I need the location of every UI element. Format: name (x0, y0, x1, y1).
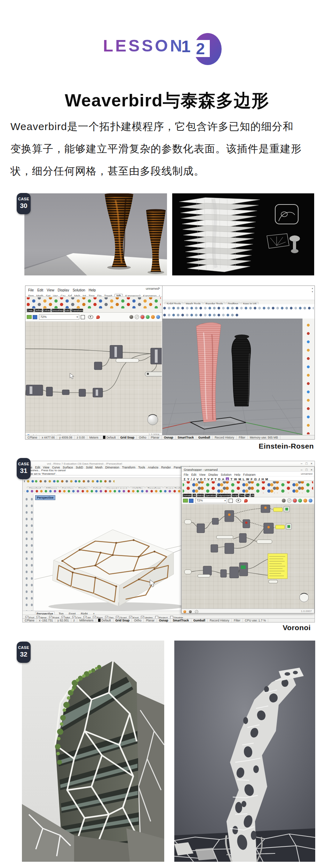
gh2-save-icon[interactable] (189, 499, 193, 503)
gh2-component-tab[interactable]: Y (187, 477, 189, 480)
status-toggle[interactable]: Grid Snap (118, 436, 137, 439)
preview-shaded-icon[interactable] (141, 315, 144, 319)
view-tab[interactable]: + (92, 612, 96, 614)
window-control[interactable]: × (311, 468, 312, 472)
rhino-toolbar-tab[interactable]: Viewport Layout (104, 487, 129, 488)
status-toggle[interactable]: Filter (232, 619, 243, 622)
gh2-menu-item[interactable]: View (199, 473, 205, 476)
rhino2-quick-icons[interactable] (24, 479, 114, 484)
rhino-tab[interactable]: Render Tools (204, 302, 225, 304)
gh-tab[interactable]: Wb (114, 294, 123, 297)
status-toggle[interactable]: Record History (208, 619, 232, 622)
gh-tab[interactable]: Srf (68, 294, 72, 297)
gh2-group-label[interactable]: Util (250, 494, 254, 497)
preview-blue-icon[interactable] (156, 315, 160, 319)
view-tab[interactable]: Top (58, 612, 65, 614)
zoom-extents-icon[interactable] (81, 315, 85, 319)
gh2-group-label[interactable]: Polynomials (217, 494, 231, 497)
gh2-group-label[interactable]: Time (239, 494, 245, 497)
rhino-toolbar-tab[interactable]: Curve Tools (164, 487, 183, 488)
gh2-menu-item[interactable]: Edit (191, 473, 197, 476)
status-toggle[interactable]: SmartTrack (176, 436, 196, 439)
palette-group-label[interactable]: Crea.. (27, 309, 34, 312)
gh2-menu-item[interactable]: Fologram (243, 473, 256, 476)
view-tab[interactable]: Front (67, 612, 77, 614)
rhino2-tool-palette[interactable] (23, 494, 33, 611)
rhino-tab[interactable]: New in V6 (241, 302, 259, 304)
zoom-select[interactable]: 72%▾ (39, 314, 79, 320)
gh2-component-tab[interactable]: / (191, 477, 192, 480)
rhino-menu-item[interactable]: Render (161, 466, 171, 468)
status-toggle[interactable]: SmartTrack (170, 619, 191, 622)
gh2-component-tab[interactable]: F (250, 477, 253, 480)
palette-group-label[interactable]: Smoothen (51, 309, 63, 312)
gh2-component-tab[interactable]: J (258, 477, 260, 480)
gh2-status-icon-3[interactable] (195, 610, 198, 613)
gh-tab[interactable]: Prm (28, 294, 34, 297)
gh2-component-tab[interactable]: H (262, 477, 264, 480)
gh2-component-tab[interactable]: D (218, 477, 221, 480)
gh-tab[interactable]: Msh (74, 294, 80, 297)
view-tab[interactable]: Perspective (35, 612, 55, 614)
rhino-toolbar-icons-2[interactable] (163, 312, 240, 318)
status-toggle[interactable]: Gumball (196, 436, 213, 439)
gh2-component-tab[interactable]: T (215, 477, 217, 480)
rhino-tab[interactable]: Solid Tools (165, 302, 183, 304)
rhino-toolbar-tab[interactable]: CPlanes (44, 487, 59, 488)
gh2-group-label[interactable]: Domain (183, 494, 192, 497)
gh2-component-tab[interactable]: V (207, 477, 209, 480)
preview-orange-icon[interactable] (151, 315, 155, 319)
status-toggle[interactable]: Ortho (132, 619, 144, 622)
weaverbird-palette[interactable]: Crea..DefineExtractSmoothenSubDTransform (25, 297, 162, 313)
rhino2-titlebar[interactable]: vrd - Rhino 7 Evaluation (26 Days Remain… (23, 461, 315, 465)
rhino-menu-item[interactable]: Curve (52, 466, 60, 468)
gh2-zoom-extents-icon[interactable] (229, 499, 233, 503)
gh-tab[interactable]: Tree8 (104, 294, 112, 297)
scroll-down-icon[interactable]: ▼ (311, 291, 313, 293)
status-toggle[interactable]: Planar (144, 619, 157, 622)
gh2-component-tab[interactable]: M (265, 477, 268, 480)
gh2-menu-item[interactable]: Display (208, 473, 218, 476)
paint-icon[interactable] (96, 315, 100, 319)
gh-tab[interactable]: Kangaroo (143, 294, 157, 297)
palette-group-label[interactable]: SubD (64, 309, 71, 312)
gh-menu-item[interactable]: View (47, 288, 54, 292)
gh2-ball-blue[interactable] (309, 499, 312, 503)
gh2-status-icon-1[interactable] (183, 610, 186, 613)
gh2-group-label[interactable]: Operators (205, 494, 216, 497)
palette-group-label[interactable]: Extract (43, 309, 51, 312)
palette-group-label[interactable]: Transform (71, 309, 83, 312)
gh2-component-tab[interactable]: M (238, 477, 241, 480)
gh2-component-tab[interactable]: T (230, 477, 232, 480)
rhino-command-area[interactable]: ▲ ▼ (162, 286, 315, 300)
palette-group-label[interactable]: Define (34, 309, 42, 312)
rhino-menu-item[interactable]: Solid (86, 466, 93, 468)
gh2-ball-green[interactable] (298, 499, 302, 503)
gh-menu-item[interactable]: Solution (73, 288, 85, 292)
gh2-component-tab[interactable]: ∂ (193, 477, 194, 480)
gh-tab[interactable]: Math (37, 294, 43, 297)
gh2-component-tab[interactable]: P (211, 477, 213, 480)
gh-tab[interactable]: Dis (97, 294, 102, 297)
preview-green-icon[interactable] (146, 315, 150, 319)
gh-canvas[interactable] (25, 322, 162, 433)
preview-eye-icon[interactable] (88, 315, 93, 319)
window-control[interactable]: × (311, 462, 312, 465)
rhino-viewport[interactable] (162, 319, 303, 436)
gh2-menu-item[interactable]: Help (234, 473, 240, 476)
gh2-canvas[interactable] (182, 504, 314, 609)
gh-tab[interactable]: Kangaroo2 (125, 294, 141, 297)
gh2-preview-wire[interactable] (287, 498, 292, 503)
gh2-component-tab[interactable]: T (204, 477, 206, 480)
gh2-preview-shaded[interactable] (293, 499, 297, 503)
status-toggle[interactable]: Ortho (137, 436, 149, 439)
rhino-toolbar-tab[interactable]: Select (91, 487, 103, 488)
gh2-paint-icon[interactable] (244, 499, 248, 503)
rhino-menu-item[interactable]: SubD (76, 466, 83, 468)
rhino-menu-item[interactable]: Edit (35, 466, 40, 468)
gh-menu-item[interactable]: File (28, 288, 34, 292)
gh2-status-icon-2[interactable] (189, 610, 192, 613)
rhino-menu-item[interactable]: Mesh (95, 466, 103, 468)
gh2-preview-off[interactable] (282, 499, 286, 503)
gh2-component-tab[interactable]: W (246, 477, 249, 480)
